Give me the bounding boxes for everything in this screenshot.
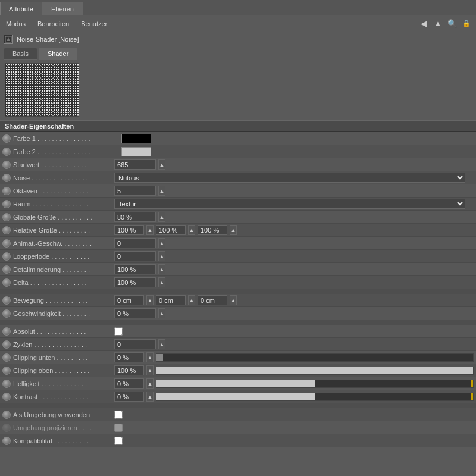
search-icon[interactable]: 🔍 — [446, 18, 458, 30]
value-absolut — [114, 327, 474, 336]
label-absolut: Absolut . . . . . . . . . . . . . . — [13, 328, 114, 335]
input-bewegung-x[interactable] — [114, 295, 144, 305]
prop-umgebung-proj: Umgebung projizieren . . . . — [0, 421, 476, 434]
arrow-up-icon[interactable]: ▲ — [432, 18, 444, 30]
tab-basis[interactable]: Basis — [4, 48, 37, 60]
stepper-bew-x[interactable]: ▲ — [146, 295, 154, 305]
top-tab-bar: Attribute Ebenen — [0, 0, 476, 15]
checkbox-als-umgebung[interactable] — [114, 411, 123, 419]
swatch-farbe2[interactable] — [121, 147, 151, 156]
stepper-startwert-up[interactable]: ▲ — [158, 159, 165, 170]
label-clipping-oben: Clipping oben . . . . . . . . . . — [13, 367, 114, 374]
stepper-clipping-unten[interactable]: ▲ — [146, 352, 154, 362]
stepper-oktaven-up[interactable]: ▲ — [158, 186, 165, 196]
prop-delta: Delta . . . . . . . . . . . . . . . . ▲ — [0, 276, 476, 289]
clipbar-kontrast — [156, 393, 474, 401]
stepper-rg-x[interactable]: ▲ — [146, 225, 154, 235]
label-raum: Raum . . . . . . . . . . . . . . . . — [13, 201, 114, 208]
checkbox-absolut[interactable] — [114, 327, 123, 336]
input-animat-geschw[interactable] — [114, 238, 156, 248]
preview-thumbnail[interactable] — [5, 63, 79, 117]
input-globale-groesse[interactable] — [114, 212, 156, 222]
value-relative-groesse: ▲ ▲ ▲ — [114, 225, 474, 235]
prop-farbe2: Farbe 2 . . . . . . . . . . . . . . . — [0, 145, 476, 158]
stepper-zyklen[interactable]: ▲ — [158, 339, 165, 349]
input-clipping-unten[interactable] — [114, 352, 144, 362]
label-loopperiode: Loopperiode . . . . . . . . . . . — [13, 253, 114, 260]
input-kontrast[interactable] — [114, 392, 144, 402]
input-relative-groesse-y[interactable] — [156, 225, 186, 235]
indicator-umgebung-proj — [2, 424, 11, 432]
tab-shader[interactable]: Shader — [39, 48, 77, 60]
title-row: Noise-Shader [Noise] — [0, 32, 476, 46]
indicator-geschwindigkeit — [2, 309, 11, 318]
label-farbe2: Farbe 2 . . . . . . . . . . . . . . . — [13, 148, 114, 155]
stepper-bew-y[interactable]: ▲ — [188, 295, 195, 305]
prop-raum: Raum . . . . . . . . . . . . . . . . Tex… — [0, 198, 476, 211]
input-relative-groesse-z[interactable] — [198, 225, 227, 235]
indicator-farbe2 — [2, 148, 11, 156]
title-text: Noise-Shader [Noise] — [17, 36, 79, 43]
indicator-raum — [2, 200, 11, 208]
input-loopperiode[interactable] — [114, 251, 156, 261]
stepper-rg-y[interactable]: ▲ — [188, 225, 195, 235]
prop-bewegung: Bewegung . . . . . . . . . . . . ▲ ▲ ▲ — [0, 294, 476, 307]
stepper-bew-z[interactable]: ▲ — [230, 295, 237, 305]
stepper-clipping-oben[interactable]: ▲ — [146, 365, 154, 375]
prop-geschwindigkeit: Geschwindigkeit . . . . . . . . ▲ — [0, 307, 476, 320]
stepper-kontrast[interactable]: ▲ — [146, 392, 154, 402]
properties-scroll[interactable]: Farbe 1 . . . . . . . . . . . . . . . Fa… — [0, 132, 476, 476]
lock-icon[interactable]: 🔒 — [461, 18, 472, 30]
indicator-delta — [2, 278, 11, 287]
stepper-globale-groesse-up[interactable]: ▲ — [158, 212, 165, 222]
modus-button[interactable]: Modus — [4, 19, 28, 29]
value-umgebung-proj — [114, 424, 474, 432]
prop-loopperiode: Loopperiode . . . . . . . . . . . ▲ — [0, 250, 476, 263]
stepper-rg-z[interactable]: ▲ — [230, 225, 237, 235]
input-oktaven[interactable] — [114, 186, 156, 196]
shader-icon — [4, 35, 13, 44]
noise-preview — [5, 64, 79, 116]
swatch-farbe1[interactable] — [121, 134, 151, 143]
input-detailminderung[interactable] — [114, 264, 156, 274]
input-geschwindigkeit[interactable] — [114, 308, 156, 318]
input-zyklen[interactable] — [114, 339, 156, 349]
section-header: Shader-Eigenschaften — [0, 120, 476, 132]
clipbar-helligkeit — [156, 380, 474, 388]
bearbeiten-button[interactable]: Bearbeiten — [35, 19, 71, 29]
stepper-loopperiode[interactable]: ▲ — [158, 251, 165, 261]
input-delta[interactable] — [114, 277, 156, 287]
checkbox-kompatibilitaet[interactable] — [114, 437, 123, 445]
sub-tabs: Basis Shader — [0, 46, 476, 60]
stepper-delta[interactable]: ▲ — [158, 277, 165, 287]
input-helligkeit[interactable] — [114, 378, 144, 389]
input-bewegung-z[interactable] — [198, 295, 227, 305]
select-noise[interactable]: Nutous — [114, 173, 465, 183]
prop-helligkeit: Helligkeit . . . . . . . . . . . . . ▲ — [0, 377, 476, 390]
prop-zyklen: Zyklen . . . . . . . . . . . . . . . ▲ — [0, 338, 476, 351]
stepper-animat-geschw[interactable]: ▲ — [158, 238, 165, 248]
indicator-noise — [2, 174, 11, 182]
input-relative-groesse-x[interactable] — [114, 225, 144, 235]
input-bewegung-y[interactable] — [156, 295, 186, 305]
indicator-startwert — [2, 161, 11, 169]
prop-farbe1: Farbe 1 . . . . . . . . . . . . . . . — [0, 132, 476, 145]
select-raum[interactable]: Textur — [114, 199, 465, 209]
stepper-geschwindigkeit[interactable]: ▲ — [158, 308, 165, 318]
stepper-helligkeit[interactable]: ▲ — [146, 378, 154, 389]
tab-attribute[interactable]: Attribute — [0, 2, 42, 15]
arrow-left-icon[interactable]: ◀ — [418, 18, 430, 30]
benutzer-button[interactable]: Benutzer — [79, 19, 109, 29]
stepper-detailminderung[interactable]: ▲ — [158, 264, 165, 274]
input-clipping-oben[interactable] — [114, 365, 144, 375]
value-clipping-unten: ▲ — [114, 352, 474, 362]
prop-clipping-oben: Clipping oben . . . . . . . . . . ▲ — [0, 364, 476, 377]
tab-ebenen[interactable]: Ebenen — [42, 2, 83, 15]
input-startwert[interactable] — [114, 159, 156, 170]
value-zyklen: ▲ — [114, 339, 474, 349]
checkbox-umgebung-proj[interactable] — [114, 424, 123, 432]
label-noise: Noise . . . . . . . . . . . . . . . . — [13, 174, 114, 181]
value-geschwindigkeit: ▲ — [114, 308, 474, 318]
label-geschwindigkeit: Geschwindigkeit . . . . . . . . — [13, 310, 114, 317]
value-globale-groesse: ▲ — [114, 212, 474, 222]
